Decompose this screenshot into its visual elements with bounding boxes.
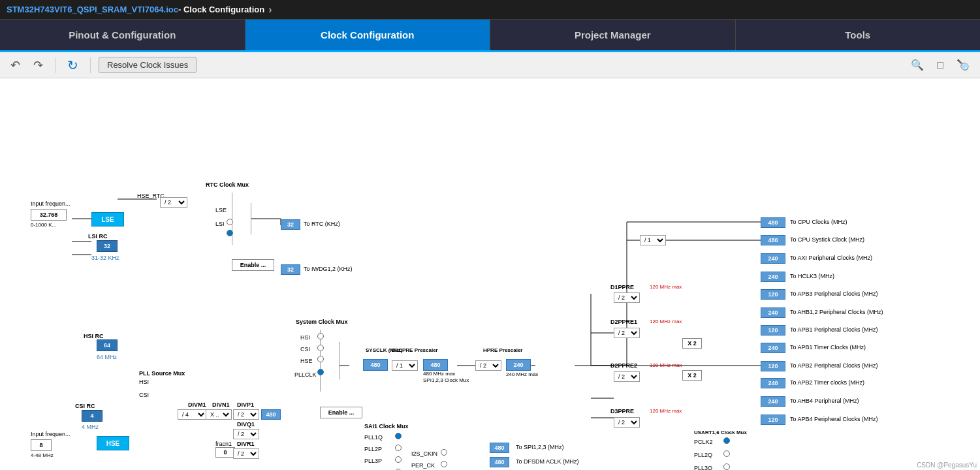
- divq1-label: DIVQ1: [237, 421, 255, 428]
- hpre-out-box: 240: [506, 359, 531, 371]
- apb1-out-val: 120: [761, 325, 785, 336]
- sai-out2: 480: [490, 457, 509, 467]
- usart16-pclk2-radio[interactable]: [723, 437, 730, 444]
- watermark-text: CSDN @PegasusYu: [917, 462, 977, 469]
- divn1-label: DIVN1: [212, 401, 230, 408]
- refresh-button[interactable]: ↻: [63, 56, 82, 74]
- toolbar-separator2: [90, 57, 91, 73]
- title-bar: STM32H743VIT6_QSPI_SRAM_VTI7064.ioc - Cl…: [0, 0, 980, 20]
- undo-button[interactable]: ↶: [7, 57, 24, 74]
- input-freq-lse-value[interactable]: 32.768: [31, 209, 67, 221]
- sai-pll1q-label: PLL1Q: [364, 434, 383, 441]
- lsi-freq-label: 31-32 KHz: [91, 255, 119, 261]
- divp1-select[interactable]: / 2: [233, 409, 259, 420]
- sai-pll3p-label: PLL3P: [364, 458, 382, 464]
- apb2-out-val: 120: [761, 361, 785, 371]
- tab-clock[interactable]: Clock Configuration: [245, 20, 491, 50]
- divq1-select[interactable]: / 2: [233, 429, 259, 439]
- pll-csi-label: CSI: [139, 392, 149, 398]
- clock-diagram: Input frequen... 32.768 0-1000 K... LSE …: [0, 78, 980, 470]
- input-freq-lse-label: Input frequen...: [31, 200, 71, 207]
- enable-btn1[interactable]: Enable ...: [232, 259, 274, 271]
- zoom-out-button[interactable]: 🔍: [953, 57, 973, 72]
- d1cpre-label: D1CPRE Prescaler: [392, 347, 438, 353]
- sys-hsi-radio[interactable]: [317, 333, 324, 339]
- apb3-out-val: 120: [761, 289, 785, 300]
- d1ppre-select[interactable]: / 2/ 1: [614, 292, 640, 303]
- tab-tools[interactable]: Tools: [736, 20, 981, 50]
- enable-btn2[interactable]: Enable ...: [320, 407, 362, 418]
- x2-box2: X 2: [682, 370, 702, 381]
- usart16-pll3q-label: PLL3Q: [694, 465, 712, 470]
- sys-csi-radio[interactable]: [317, 345, 324, 351]
- fracn1-value[interactable]: 0: [215, 447, 235, 458]
- tab-pinout[interactable]: Pinout & Configuration: [0, 20, 245, 50]
- redo-button[interactable]: ↷: [29, 57, 47, 74]
- resolve-clock-button[interactable]: Resolve Clock Issues: [99, 57, 197, 73]
- rtc-lsi-label: LSI: [215, 221, 225, 227]
- usart16-pll2q-radio[interactable]: [723, 450, 730, 457]
- csi-value-box[interactable]: 4: [82, 410, 103, 422]
- rtc-lse-label: LSE: [215, 207, 227, 213]
- hpre-label: HPRE Prescaler: [483, 347, 522, 353]
- hse-box[interactable]: HSE: [97, 436, 129, 450]
- sys-pll-radio[interactable]: [317, 369, 324, 375]
- lse-box[interactable]: LSE: [91, 212, 124, 227]
- cpu-systick-out-val: 480: [761, 235, 785, 245]
- divx1-select[interactable]: X ...: [206, 409, 232, 420]
- divr1-select[interactable]: / 2: [233, 448, 259, 459]
- d2ppre2-label: D2PPRE2: [610, 362, 637, 369]
- tab-bar: Pinout & Configuration Clock Configurati…: [0, 20, 980, 52]
- main-content: Input frequen... 32.768 0-1000 K... LSE …: [0, 78, 980, 470]
- d1cpre-select[interactable]: / 1/ 2: [392, 360, 418, 371]
- sys-csi-label: CSI: [300, 346, 310, 352]
- zoom-in-button[interactable]: 🔍: [907, 57, 928, 72]
- title-chevron: ›: [268, 4, 272, 16]
- d2ppre1-select[interactable]: / 2/ 1: [614, 328, 640, 338]
- spi123-label: SPI1,2,3 Clock Mux: [423, 377, 469, 383]
- toolbar: ↶ ↷ ↻ Resolve Clock Issues 🔍 □ 🔍: [0, 52, 980, 78]
- sai1-pll3p-radio[interactable]: [395, 456, 402, 463]
- pll-hsi-label: HSI: [139, 379, 149, 385]
- d2ppre2-select[interactable]: / 2/ 1: [614, 371, 640, 382]
- sys-hse-radio[interactable]: [317, 356, 324, 362]
- i2s-ckin-radio[interactable]: [441, 449, 447, 456]
- usart16-mux-label: USART1,6 Clock Mux: [694, 430, 747, 435]
- sai1-pll1q-radio[interactable]: [395, 433, 402, 439]
- divm1-select[interactable]: / 4/ 1/ 2: [178, 409, 207, 420]
- d1cpre-max-label: 480 MHz max: [423, 371, 455, 377]
- fit-button[interactable]: □: [933, 58, 947, 72]
- hpre-select[interactable]: / 2/ 1/ 4: [475, 360, 501, 371]
- to-apb1-label: To APB1 Peripheral Clocks (MHz): [790, 326, 878, 333]
- to-apb3-label: To APB3 Peripheral Clocks (MHz): [790, 290, 878, 297]
- d3ppre-select[interactable]: / 2/ 1: [614, 417, 640, 428]
- to-apb1t-label: To APB1 Timer Clocks (MHz): [790, 344, 866, 351]
- sai1-mux-label: SAI1 Clock Mux: [364, 423, 409, 430]
- cpu-out-val: 480: [761, 217, 785, 228]
- lsi-value-box[interactable]: 32: [97, 240, 118, 252]
- usart16-pll3q-radio[interactable]: [723, 463, 730, 470]
- per-ck-radio[interactable]: [441, 461, 447, 467]
- hsi-freq-label: 64 MHz: [97, 354, 117, 360]
- title-suffix: - Clock Configuration: [178, 5, 264, 14]
- sai-out1: 480: [490, 443, 509, 453]
- csi-rc-label: CSI RC: [75, 403, 95, 409]
- d2ppre1-label: D2PPRE1: [610, 319, 637, 325]
- hsi-value-box[interactable]: 64: [97, 339, 118, 351]
- x2-box1: X 2: [682, 338, 702, 349]
- tab-project[interactable]: Project Manager: [490, 20, 736, 50]
- rtc-unit-label: To RTC (KHz): [304, 221, 340, 227]
- csi-freq-label: 4 MHz: [82, 424, 99, 430]
- hse-input-value[interactable]: 8: [31, 439, 52, 451]
- input-freq-hse-label: Input frequen...: [31, 431, 71, 437]
- to-hclk3-label: To HCLK3 (MHz): [790, 273, 834, 279]
- i2s-ckin-label: I2S_CKIN: [411, 450, 437, 457]
- div1-select-top[interactable]: / 1: [640, 235, 666, 245]
- title-highlight: STM32H743VIT6_QSPI_SRAM_VTI7064.ioc: [7, 5, 178, 14]
- sysclk-value-box[interactable]: 480: [363, 359, 388, 371]
- hse-rtc-div-select[interactable]: / 2/ 4/ 8: [160, 197, 187, 208]
- sai1-pll2p-radio[interactable]: [395, 445, 402, 451]
- rtc-lsi2-radio[interactable]: [227, 230, 233, 236]
- d3ppre-label: D3PPRE: [610, 408, 634, 415]
- rtc-lsi-radio[interactable]: [227, 219, 233, 225]
